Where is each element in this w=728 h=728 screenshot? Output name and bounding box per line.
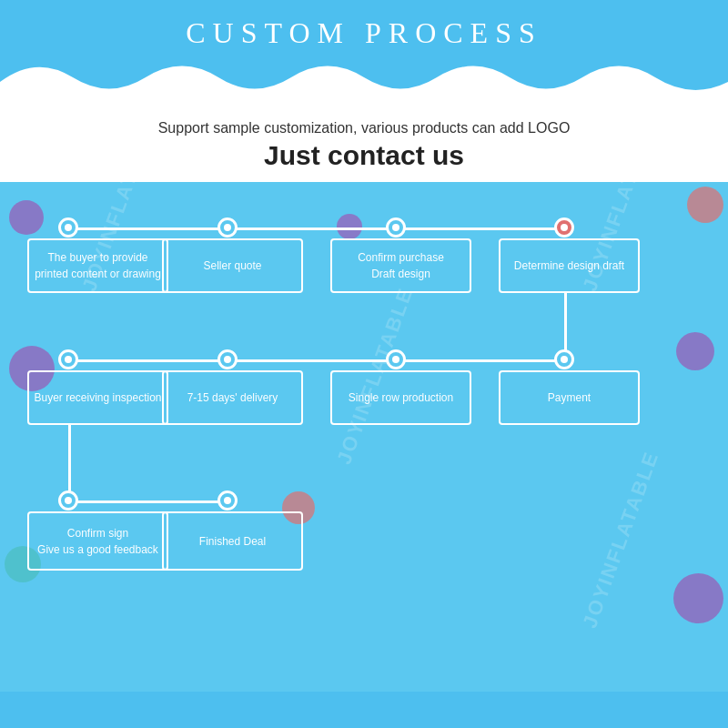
- box-step10: Finished Deal: [162, 511, 303, 571]
- blob-purple-5: [673, 573, 723, 623]
- main-title: Just contact us: [18, 140, 710, 171]
- wave-svg: [0, 55, 728, 109]
- header: CUSTOM PROCESS: [0, 0, 728, 50]
- node-step10: [217, 490, 238, 511]
- step3-label: Confirm purchaseDraft design: [358, 249, 444, 282]
- node-step3: [386, 217, 406, 238]
- step10-label: Finished Deal: [199, 533, 266, 550]
- step4-label: Determine design draft: [514, 258, 624, 274]
- page-title: CUSTOM PROCESS: [0, 16, 728, 50]
- box-step1: The buyer to provideprinted content or d…: [27, 238, 168, 293]
- box-step3: Confirm purchaseDraft design: [330, 238, 471, 293]
- node-step2: [217, 217, 238, 238]
- box-step6: 7-15 days' delivery: [162, 370, 303, 425]
- blob-purple-1: [9, 200, 44, 235]
- step2-label: Seller quote: [203, 258, 261, 274]
- box-step2: Seller quote: [162, 238, 303, 293]
- node-step4: [554, 217, 574, 238]
- node-step6: [217, 349, 238, 369]
- box-step5: Buyer receiving inspection: [27, 370, 168, 425]
- step7-label: Single row production: [349, 389, 453, 406]
- node-step5: [58, 349, 78, 369]
- blob-pink-1: [687, 187, 723, 223]
- box-step9: Confirm signGive us a good feedback: [27, 511, 168, 571]
- box-step7: Single row production: [330, 370, 471, 425]
- hline-row2: [68, 359, 564, 362]
- intro-section: Support sample customization, various pr…: [0, 109, 728, 182]
- step8-label: Payment: [548, 389, 591, 406]
- wave-divider: [0, 55, 728, 109]
- node-step7: [386, 349, 406, 369]
- step9-label: Confirm signGive us a good feedback: [37, 525, 158, 558]
- box-step8: Payment: [499, 370, 640, 425]
- page: CUSTOM PROCESS Support sample customizat…: [0, 0, 728, 728]
- step6-label: 7-15 days' delivery: [187, 389, 278, 406]
- vline-left: [68, 425, 71, 500]
- box-step4: Determine design draft: [499, 238, 640, 293]
- node-step8: [554, 349, 574, 369]
- hline-row1: [68, 228, 564, 230]
- step5-label: Buyer receiving inspection: [34, 389, 161, 406]
- step1-label: The buyer to provideprinted content or d…: [35, 249, 161, 282]
- node-step9: [58, 490, 78, 511]
- node-step1: [58, 217, 78, 238]
- blob-purple-2: [337, 214, 362, 239]
- watermark-4: JOYINFLATABLE: [578, 448, 663, 631]
- process-section: JOYINFLATABLE JOYINFLATABLE JOYINFLATABL…: [0, 182, 728, 692]
- subtitle: Support sample customization, various pr…: [18, 120, 710, 136]
- hline-row3: [68, 500, 228, 503]
- blob-purple-4: [676, 332, 714, 370]
